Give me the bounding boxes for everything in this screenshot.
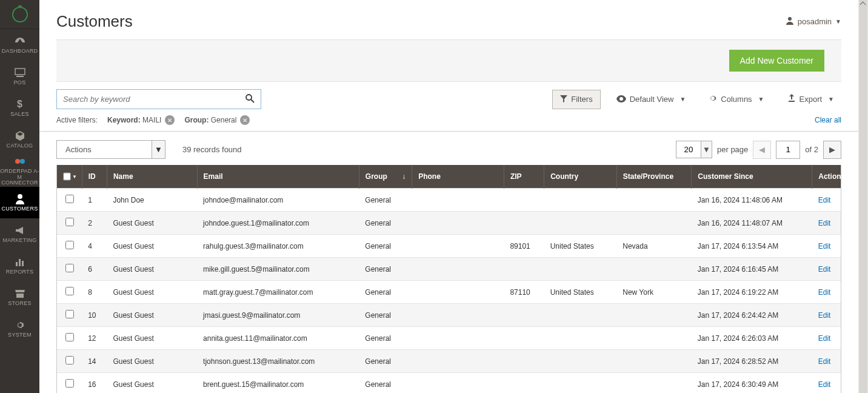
svg-rect-1: [16, 76, 24, 77]
filter-chip-group: Group: General ✕: [184, 115, 250, 125]
default-view-button[interactable]: Default View ▼: [609, 90, 693, 109]
cell-name: John Doe: [107, 189, 197, 212]
bar-chart-icon: [14, 257, 26, 267]
user-menu[interactable]: posadmin ▼: [786, 16, 841, 27]
search-icon[interactable]: [245, 93, 255, 106]
remove-filter-icon[interactable]: ✕: [240, 115, 250, 125]
select-all-checkbox[interactable]: [63, 172, 71, 181]
table-row[interactable]: 14Guest Guesttjohnson.guest.13@mailinato…: [57, 350, 841, 373]
cell-since: Jan 17, 2024 6:28:52 AM: [692, 350, 812, 373]
next-page-button[interactable]: ▶: [823, 141, 841, 159]
col-zip[interactable]: ZIP: [504, 165, 544, 189]
table-row[interactable]: 6Guest Guestmike.gill.guest.5@mailinator…: [57, 258, 841, 281]
sidebar-item-stores[interactable]: STORES: [0, 281, 39, 313]
edit-link[interactable]: Edit: [818, 380, 831, 389]
filters-button[interactable]: Filters: [552, 90, 600, 109]
table-row[interactable]: 16Guest Guestbrent.guest.15@mailinator.c…: [57, 373, 841, 394]
sidebar-item-system[interactable]: SYSTEM: [0, 313, 39, 344]
sidebar-item-reports[interactable]: REPORTS: [0, 250, 39, 281]
prev-page-button[interactable]: ◀: [753, 141, 771, 159]
cell-zip: [504, 304, 544, 327]
of-pages-label: of 2: [805, 145, 818, 154]
row-checkbox[interactable]: [65, 333, 74, 341]
vertical-scrollbar[interactable]: [858, 0, 868, 393]
cell-state: [616, 327, 692, 350]
cell-phone: [412, 373, 504, 394]
cell-id: 12: [82, 327, 107, 350]
upload-icon: [787, 94, 796, 104]
cell-state: [616, 350, 692, 373]
chevron-down-icon[interactable]: ▼: [152, 141, 165, 158]
person-icon: [14, 193, 26, 204]
sidebar-item-catalog[interactable]: CATALOG: [0, 124, 39, 155]
sidebar-item-pos[interactable]: POS: [0, 61, 39, 92]
page-size-input[interactable]: [676, 141, 701, 158]
edit-link[interactable]: Edit: [818, 357, 831, 366]
edit-link[interactable]: Edit: [818, 334, 831, 343]
sidebar-item-marketing[interactable]: MARKETING: [0, 218, 39, 250]
table-row[interactable]: 12Guest Guestannita.guest.11@mailinator.…: [57, 327, 841, 350]
sidebar-item-label: SALES: [10, 112, 29, 117]
eye-icon: [616, 95, 626, 104]
dollar-icon: $: [14, 99, 26, 110]
row-checkbox[interactable]: [65, 195, 74, 203]
edit-link[interactable]: Edit: [818, 196, 831, 204]
row-checkbox[interactable]: [65, 241, 74, 249]
col-group[interactable]: Group↓: [359, 165, 412, 189]
select-all-header[interactable]: ▼: [57, 165, 82, 189]
col-since[interactable]: Customer Since: [692, 165, 812, 189]
row-checkbox[interactable]: [65, 310, 74, 318]
sidebar-item-orderpad[interactable]: ORDERPAD A-M CONNECTOR: [0, 155, 39, 187]
edit-link[interactable]: Edit: [818, 311, 831, 320]
cell-name: Guest Guest: [107, 327, 197, 350]
gauge-icon: [14, 36, 26, 47]
edit-link[interactable]: Edit: [818, 265, 831, 274]
table-row[interactable]: 4Guest Guestrahulg.guest.3@mailinator.co…: [57, 235, 841, 258]
edit-link[interactable]: Edit: [818, 242, 831, 250]
edit-link[interactable]: Edit: [818, 219, 831, 227]
table-row[interactable]: 10Guest Guestjmasi.guest.9@mailinator.co…: [57, 304, 841, 327]
clear-all-filters[interactable]: Clear all: [815, 116, 841, 124]
export-button[interactable]: Export ▼: [780, 90, 841, 109]
table-row[interactable]: 1John Doejohndoe@mailinator.comGeneralJa…: [57, 189, 841, 212]
row-checkbox[interactable]: [65, 218, 74, 226]
svg-point-8: [788, 17, 792, 21]
page-size-select[interactable]: ▼: [676, 141, 712, 158]
chevron-down-icon[interactable]: ▼: [701, 141, 712, 158]
mass-actions-select[interactable]: Actions ▼: [56, 140, 165, 159]
sidebar-item-customers[interactable]: CUSTOMERS: [0, 187, 39, 218]
table-row[interactable]: 8Guest Guestmatt.gray.guest.7@mailinator…: [57, 281, 841, 304]
sidebar-item-label: SYSTEM: [8, 332, 32, 338]
cell-since: Jan 16, 2024 11:48:06 AM: [692, 189, 812, 212]
col-email[interactable]: Email: [197, 165, 359, 189]
row-checkbox[interactable]: [65, 356, 74, 364]
col-country[interactable]: Country: [544, 165, 617, 189]
remove-filter-icon[interactable]: ✕: [165, 115, 175, 125]
cell-name: Guest Guest: [107, 258, 197, 281]
cell-id: 6: [82, 258, 107, 281]
col-state[interactable]: State/Province: [616, 165, 692, 189]
row-checkbox[interactable]: [65, 287, 74, 295]
table-row[interactable]: 2Guest Guestjohndoe.guest.1@mailinator.c…: [57, 212, 841, 235]
cell-zip: [504, 373, 544, 394]
col-phone[interactable]: Phone: [412, 165, 504, 189]
cell-group: General: [359, 281, 412, 304]
cell-group: General: [359, 350, 412, 373]
col-id[interactable]: ID: [82, 165, 107, 189]
row-checkbox[interactable]: [65, 379, 74, 388]
logo-cell[interactable]: [0, 0, 39, 29]
cell-state: New York: [616, 281, 692, 304]
columns-button[interactable]: Columns ▼: [701, 90, 771, 109]
sidebar-item-sales[interactable]: $ SALES: [0, 92, 39, 124]
edit-link[interactable]: Edit: [818, 288, 831, 297]
row-checkbox[interactable]: [65, 264, 74, 272]
search-input[interactable]: [57, 90, 261, 109]
cell-group: General: [359, 373, 412, 394]
add-new-customer-button[interactable]: Add New Customer: [729, 50, 824, 72]
chevron-down-icon: ▼: [758, 96, 764, 102]
user-icon: [786, 16, 794, 27]
col-name[interactable]: Name: [107, 165, 197, 189]
cell-phone: [412, 258, 504, 281]
current-page-input[interactable]: [776, 141, 800, 159]
sidebar-item-dashboard[interactable]: DASHBOARD: [0, 29, 39, 61]
